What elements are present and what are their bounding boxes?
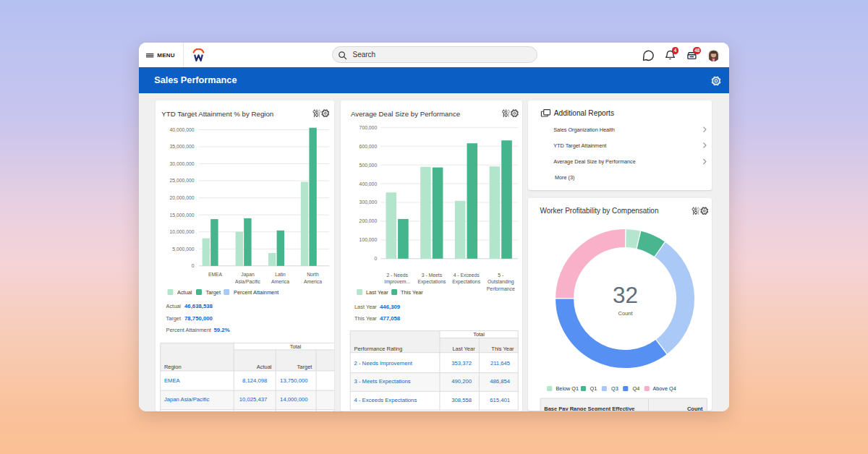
svg-text:Actual: Actual — [166, 303, 181, 309]
svg-text:This Year: This Year — [491, 346, 514, 352]
svg-text:Asia/Pacific: Asia/Pacific — [234, 278, 260, 283]
svg-text:211,645: 211,645 — [490, 360, 510, 367]
svg-text:This Year: This Year — [354, 315, 377, 322]
svg-text:2 - Needs: 2 - Needs — [386, 272, 408, 277]
svg-text:8,124,098: 8,124,098 — [242, 377, 267, 384]
svg-text:Actual: Actual — [256, 364, 271, 370]
svg-text:Target: Target — [166, 314, 181, 321]
svg-text:40,000,000: 40,000,000 — [169, 127, 194, 132]
svg-text:Q1: Q1 — [590, 385, 597, 392]
svg-text:Expectations: Expectations — [417, 279, 446, 285]
svg-text:Q3: Q3 — [611, 385, 618, 392]
svg-text:America: America — [271, 278, 289, 283]
svg-text:Below Q1: Below Q1 — [556, 385, 579, 392]
svg-text:353,372: 353,372 — [451, 360, 472, 367]
svg-text:Performance: Performance — [487, 286, 515, 291]
svg-text:700,000: 700,000 — [359, 124, 378, 129]
svg-text:500,000: 500,000 — [359, 162, 378, 167]
svg-text:Q4: Q4 — [632, 385, 639, 392]
svg-text:10,000,000: 10,000,000 — [169, 229, 194, 234]
svg-text:Target: Target — [297, 364, 312, 370]
svg-text:Total: Total — [473, 331, 485, 338]
svg-text:4 - Exceeds: 4 - Exceeds — [454, 272, 480, 277]
svg-text:Average Deal Size by Performan: Average Deal Size by Performance — [553, 158, 636, 165]
svg-text:Expectations: Expectations — [452, 279, 481, 285]
svg-text:0: 0 — [191, 263, 194, 268]
svg-text:Improvem...: Improvem... — [384, 279, 410, 285]
svg-text:YTD Target Attainment % by Reg: YTD Target Attainment % by Region — [161, 110, 273, 118]
svg-text:486,854: 486,854 — [490, 378, 511, 385]
svg-text:615,401: 615,401 — [490, 397, 510, 403]
svg-text:Worker Profitability by Compen: Worker Profitability by Compensation — [540, 207, 658, 215]
svg-text:Japan: Japan — [241, 272, 255, 278]
svg-text:Percent Attainment: Percent Attainment — [166, 326, 210, 333]
svg-text:13,750,000: 13,750,000 — [280, 377, 307, 384]
svg-text:5 -: 5 - — [498, 272, 503, 277]
svg-text:Additional Reports: Additional Reports — [554, 109, 614, 117]
svg-text:5,000,000: 5,000,000 — [172, 246, 194, 251]
svg-text:35,000,000: 35,000,000 — [169, 144, 194, 149]
svg-text:North: North — [307, 272, 319, 277]
svg-text:Last Year: Last Year — [366, 288, 388, 295]
svg-text:Count: Count — [618, 310, 633, 317]
svg-text:32: 32 — [613, 282, 638, 308]
svg-text:Total: Total — [289, 343, 301, 350]
svg-text:400,000: 400,000 — [359, 181, 378, 186]
svg-text:More (3): More (3) — [555, 174, 575, 180]
svg-text:200,000: 200,000 — [359, 218, 378, 223]
svg-text:46,638,538: 46,638,538 — [184, 303, 213, 309]
svg-text:Above Q4: Above Q4 — [652, 385, 676, 392]
svg-text:Latin: Latin — [275, 272, 286, 277]
svg-text:Last Year: Last Year — [354, 303, 377, 309]
svg-text:477,058: 477,058 — [380, 315, 401, 322]
svg-text:600,000: 600,000 — [359, 143, 378, 148]
svg-text:0: 0 — [374, 256, 377, 261]
svg-text:Outstanding: Outstanding — [488, 279, 514, 285]
svg-text:30,000,000: 30,000,000 — [169, 160, 194, 166]
svg-text:Percent Attainment: Percent Attainment — [233, 288, 278, 295]
svg-text:Base Pay Range Segment Effecti: Base Pay Range Segment Effective — [544, 406, 634, 411]
svg-text:Performance Rating: Performance Rating — [354, 346, 403, 352]
svg-text:78,750,000: 78,750,000 — [184, 314, 213, 321]
svg-text:Sales Organization Health: Sales Organization Health — [553, 126, 615, 132]
svg-text:Target: Target — [205, 288, 221, 295]
svg-text:446,309: 446,309 — [380, 303, 401, 309]
svg-text:300,000: 300,000 — [359, 200, 378, 205]
svg-text:Region: Region — [163, 364, 181, 370]
svg-text:20,000,000: 20,000,000 — [169, 195, 194, 200]
svg-text:4 - Exceeds Expectations: 4 - Exceeds Expectations — [354, 397, 417, 403]
svg-text:25,000,000: 25,000,000 — [169, 178, 194, 183]
svg-text:This Year: This Year — [401, 288, 423, 295]
svg-text:3 - Meets: 3 - Meets — [422, 272, 443, 277]
svg-text:59.2%: 59.2% — [213, 326, 229, 333]
svg-text:Last Year: Last Year — [452, 346, 475, 352]
svg-text:Count: Count — [687, 406, 703, 411]
svg-text:14,000,000: 14,000,000 — [280, 396, 307, 403]
svg-text:490,200: 490,200 — [451, 378, 472, 385]
svg-text:15,000,000: 15,000,000 — [169, 212, 194, 217]
svg-text:YTD Target Attainment: YTD Target Attainment — [553, 142, 606, 148]
svg-text:100,000: 100,000 — [359, 237, 378, 242]
svg-text:America: America — [304, 278, 322, 283]
svg-text:EMEA: EMEA — [208, 272, 222, 277]
svg-text:10,025,437: 10,025,437 — [239, 396, 266, 403]
svg-text:Average Deal Size by Performan: Average Deal Size by Performance — [351, 110, 460, 118]
svg-text:Japan Asia/Pacific: Japan Asia/Pacific — [163, 396, 209, 403]
svg-text:Actual: Actual — [176, 288, 192, 295]
svg-text:3 - Meets Expectations: 3 - Meets Expectations — [354, 378, 411, 385]
svg-text:EMEA: EMEA — [163, 377, 180, 384]
svg-text:2 - Needs Improvement: 2 - Needs Improvement — [354, 360, 413, 367]
svg-text:308,558: 308,558 — [451, 397, 472, 403]
